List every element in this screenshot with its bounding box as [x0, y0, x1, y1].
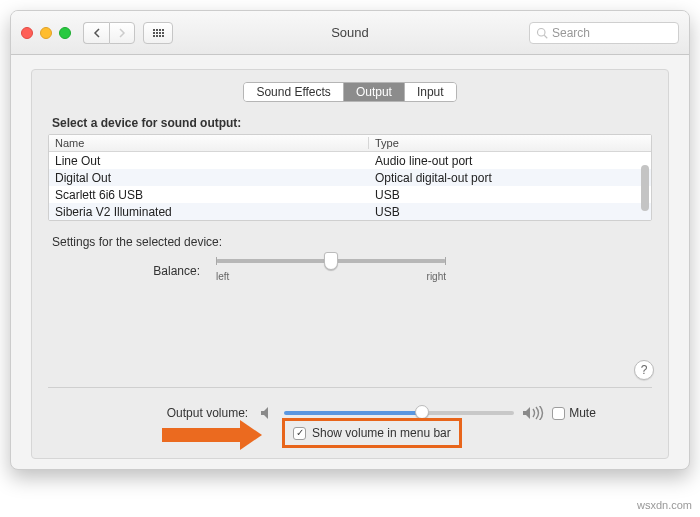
column-header-name[interactable]: Name: [49, 137, 369, 149]
balance-right-label: right: [427, 271, 446, 282]
selected-device-settings-label: Settings for the selected device:: [52, 235, 652, 249]
svg-point-0: [538, 28, 546, 36]
svg-line-1: [544, 35, 547, 38]
sound-preferences-window: Sound Search Sound Effects Output Input …: [10, 10, 690, 470]
mute-checkbox[interactable]: Mute: [552, 406, 596, 420]
window-toolbar: Sound Search: [11, 11, 689, 55]
table-row[interactable]: Digital Out Optical digital-out port: [49, 169, 651, 186]
grid-icon: [153, 29, 164, 37]
close-button[interactable]: [21, 27, 33, 39]
device-select-label: Select a device for sound output:: [52, 116, 652, 130]
output-volume-label: Output volume:: [104, 406, 252, 420]
zoom-button[interactable]: [59, 27, 71, 39]
checkbox-checked-icon: [293, 427, 306, 440]
chevron-left-icon: [93, 28, 101, 38]
table-row[interactable]: Scarlett 6i6 USB USB: [49, 186, 651, 203]
devices-table: Name Type Line Out Audio line-out port D…: [48, 134, 652, 221]
minimize-button[interactable]: [40, 27, 52, 39]
table-row[interactable]: Line Out Audio line-out port: [49, 152, 651, 169]
column-header-type[interactable]: Type: [369, 137, 651, 149]
table-row[interactable]: Siberia V2 Illuminated USB: [49, 203, 651, 220]
speaker-low-icon: [260, 406, 276, 420]
content-panel: Sound Effects Output Input Select a devi…: [31, 69, 669, 459]
output-volume-slider[interactable]: [284, 411, 514, 415]
balance-left-label: left: [216, 271, 229, 282]
show-all-button[interactable]: [143, 22, 173, 44]
chevron-right-icon: [118, 28, 126, 38]
search-icon: [536, 27, 548, 39]
mute-label: Mute: [569, 406, 596, 420]
show-volume-menubar-checkbox[interactable]: Show volume in menu bar: [282, 418, 462, 448]
tab-bar: Sound Effects Output Input: [48, 82, 652, 102]
watermark: wsxdn.com: [637, 499, 692, 511]
balance-thumb[interactable]: [324, 252, 338, 270]
window-controls: [21, 27, 71, 39]
back-button[interactable]: [83, 22, 109, 44]
forward-button[interactable]: [109, 22, 135, 44]
help-button[interactable]: ?: [634, 360, 654, 380]
nav-group: [83, 22, 135, 44]
scrollbar-thumb[interactable]: [641, 165, 649, 211]
balance-slider[interactable]: left right: [216, 259, 446, 282]
divider: [48, 387, 652, 388]
search-input[interactable]: Search: [529, 22, 679, 44]
volume-thumb[interactable]: [415, 405, 429, 419]
annotation-arrow: [162, 420, 270, 450]
tab-sound-effects[interactable]: Sound Effects: [244, 83, 344, 101]
show-volume-label: Show volume in menu bar: [312, 426, 451, 440]
speaker-high-icon: [522, 406, 544, 420]
balance-row: Balance: left right: [96, 259, 640, 282]
tab-input[interactable]: Input: [405, 83, 456, 101]
search-placeholder: Search: [552, 26, 590, 40]
balance-label: Balance:: [96, 264, 216, 278]
tab-output[interactable]: Output: [344, 83, 405, 101]
checkbox-icon: [552, 407, 565, 420]
